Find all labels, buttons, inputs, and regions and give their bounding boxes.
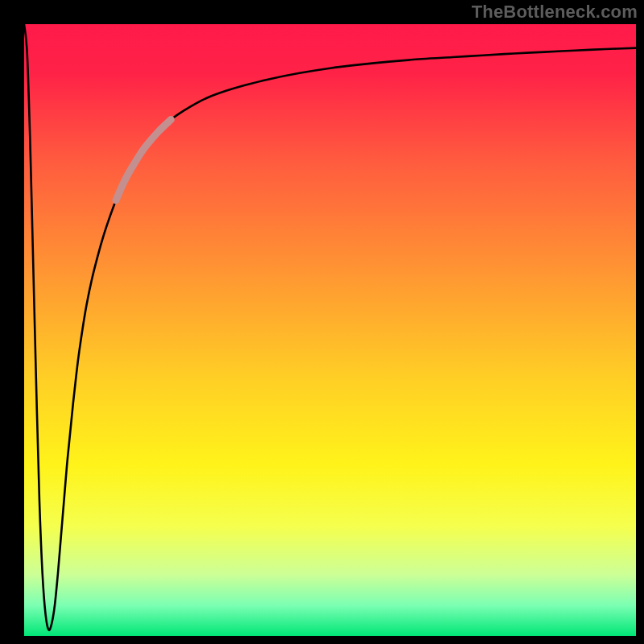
curve-path bbox=[24, 24, 636, 630]
curve-layer bbox=[24, 24, 636, 636]
watermark-text: TheBottleneck.com bbox=[472, 2, 638, 23]
chart-container: TheBottleneck.com bbox=[0, 0, 644, 644]
curve-highlight bbox=[116, 120, 171, 200]
plot-area bbox=[24, 24, 636, 636]
